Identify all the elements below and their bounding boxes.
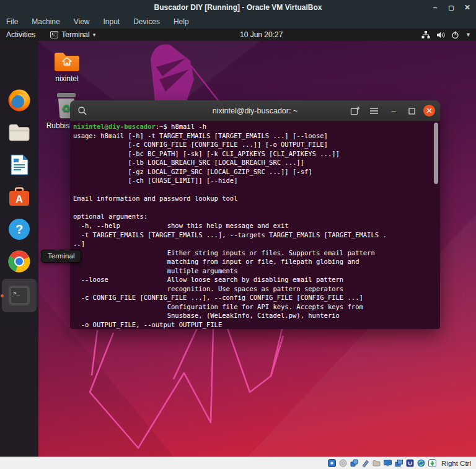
writer-icon — [7, 152, 32, 177]
maximize-icon[interactable] — [407, 106, 416, 116]
minimize-icon[interactable]: – — [430, 3, 440, 12]
dock-item-help[interactable]: ? — [7, 217, 32, 242]
virtual-screens-icon[interactable] — [395, 459, 403, 467]
menu-item[interactable]: Devices — [133, 17, 160, 26]
terminal-line: Snusbase, (WeLeakInfo, Citadel.pw), hunt… — [73, 311, 440, 320]
vbox-menubar: FileMachineViewInputDevicesHelp — [0, 15, 476, 28]
terminal-line: multiple arguments — [73, 266, 440, 276]
terminal-line: Either string inputs or files. Supports … — [73, 248, 440, 258]
desktop-icon-label: nixintel — [48, 74, 86, 83]
dock: A ? >_ — [0, 41, 38, 457]
display-icon[interactable] — [384, 459, 392, 467]
terminal-line: Configuration file for API keys. Accepts… — [73, 302, 440, 312]
vbox-titlebar: Buscador DIY [Running] - Oracle VM Virtu… — [0, 0, 476, 15]
power-icon — [451, 31, 459, 39]
svg-text:>_: >_ — [13, 290, 20, 296]
terminal-line: ..] — [73, 239, 440, 248]
close-icon[interactable] — [423, 105, 435, 116]
terminal-line: -t TARGET_EMAILS [TARGET_EMAILS ...], --… — [73, 230, 440, 240]
terminal-line: --loose Allow loose search by disabling … — [73, 275, 440, 284]
app-menu-label: Terminal — [61, 30, 89, 39]
help-icon: ? — [7, 217, 32, 242]
terminal-line: matching from input or file, filepath gl… — [73, 257, 440, 266]
svg-text:?: ? — [15, 222, 23, 236]
volume-icon — [436, 31, 445, 39]
home-folder-icon — [53, 50, 81, 73]
terminal-line: optional arguments: — [73, 212, 440, 221]
search-icon[interactable] — [77, 106, 87, 116]
software-icon: A — [7, 185, 32, 209]
running-indicator-dot — [1, 294, 4, 297]
prompt-user-host: nixintel@diy-buscador — [73, 123, 156, 130]
audio-icon[interactable] — [350, 459, 358, 467]
dock-item-files[interactable] — [7, 120, 32, 145]
dock-item-libreoffice-writer[interactable] — [7, 152, 32, 177]
vbox-window-title: Buscador DIY [Running] - Oracle VM Virtu… — [154, 3, 322, 12]
scrollbar-thumb[interactable] — [434, 123, 438, 184]
terminal-line: -o OUTPUT_FILE, --output OUTPUT_FILE — [73, 320, 440, 329]
terminal-line: [-gz LOCAL_GZIP_SRC [LOCAL_GZIP_SRC ...]… — [73, 167, 440, 177]
features-icon[interactable] — [417, 459, 425, 467]
files-icon — [7, 120, 32, 145]
hard-disk-icon[interactable] — [328, 459, 336, 467]
new-tab-icon[interactable] — [350, 106, 360, 116]
terminal-output[interactable]: nixintel@diy-buscador:~$ h8mail -h usage… — [70, 121, 440, 329]
mouse-integration-icon[interactable] — [428, 459, 436, 467]
activities-button[interactable]: Activities — [0, 28, 42, 41]
close-icon[interactable]: ✕ — [462, 3, 472, 12]
terminal-line — [73, 203, 440, 213]
dock-item-firefox[interactable] — [7, 88, 32, 113]
terminal-titlebar[interactable]: nixintel@diy-buscador: ~ – — [70, 100, 440, 121]
desktop-icon-nixintel[interactable]: nixintel — [48, 50, 86, 83]
minimize-icon[interactable]: – — [389, 106, 399, 116]
menu-item[interactable]: Input — [104, 17, 120, 26]
dock-item-ubuntu-software[interactable]: A — [7, 185, 32, 209]
vbox-window-controls: – ▢ ✕ — [430, 0, 472, 15]
prompt-command: $ h8mail -h — [163, 123, 206, 130]
terminal-line: -c CONFIG_FILE [CONFIG_FILE ...], --conf… — [73, 293, 440, 302]
terminal-line — [73, 185, 440, 195]
maximize-icon[interactable]: ▢ — [446, 4, 456, 11]
terminal-line: usage: h8mail [-h] -t TARGET_EMAILS [TAR… — [73, 131, 440, 141]
network-icon — [421, 31, 430, 39]
recording-icon[interactable] — [361, 459, 369, 467]
terminal-prompt-line: nixintel@diy-buscador:~$ h8mail -h — [73, 122, 440, 131]
chevron-down-icon: ▼ — [465, 32, 471, 38]
dock-item-chrome[interactable] — [7, 249, 32, 274]
dock-tooltip: Terminal — [41, 250, 81, 263]
terminal-lines: usage: h8mail [-h] -t TARGET_EMAILS [TAR… — [73, 131, 440, 329]
vbox-statusbar: U Right Ctrl — [0, 457, 476, 469]
chrome-icon — [7, 249, 32, 274]
svg-text:A: A — [15, 194, 23, 204]
optical-disc-icon[interactable] — [339, 459, 347, 467]
system-tray[interactable]: ▼ — [421, 28, 471, 41]
ubuntu-top-panel: Activities Terminal ▾ 10 Jun 20:27 ▼ — [0, 28, 476, 41]
host-key-label: Right Ctrl — [441, 460, 471, 467]
svg-text:U: U — [408, 460, 412, 467]
virtualbox-window: Buscador DIY [Running] - Oracle VM Virtu… — [0, 0, 476, 469]
terminal-app-icon — [50, 31, 58, 38]
terminal-line: [-ch [CHASE_LIMIT]] [--hide] — [73, 176, 440, 185]
terminal-line: [-bc BC_PATH] [-sk] [-k CLI_APIKEYS [CLI… — [73, 149, 440, 159]
dock-item-terminal[interactable]: >_ — [7, 283, 32, 308]
hamburger-menu-icon[interactable] — [369, 106, 379, 116]
menu-item[interactable]: Help — [174, 17, 189, 26]
menu-item[interactable]: Machine — [32, 17, 60, 26]
terminal-window-title: nixintel@diy-buscador: ~ — [70, 100, 440, 121]
shared-folders-icon[interactable] — [372, 459, 381, 467]
menu-item[interactable]: View — [74, 17, 90, 26]
terminal-line: -h, --help show this help message and ex… — [73, 221, 440, 230]
terminal-icon: >_ — [7, 283, 32, 308]
app-menu-button[interactable]: Terminal ▾ — [50, 30, 95, 39]
menu-item[interactable]: File — [6, 17, 18, 26]
usb-icon[interactable]: U — [406, 459, 414, 467]
terminal-line: [-lb LOCAL_BREACH_SRC [LOCAL_BREACH_SRC … — [73, 158, 440, 167]
terminal-window: nixintel@diy-buscador: ~ – nixintel@diy-… — [70, 100, 440, 329]
firefox-icon — [7, 88, 32, 113]
chevron-down-icon: ▾ — [93, 32, 96, 38]
terminal-line: recognition. Use spaces as pattern seper… — [73, 284, 440, 294]
terminal-line: Email information and password lookup to… — [73, 194, 440, 203]
clock[interactable]: 10 Jun 20:27 — [240, 28, 283, 41]
terminal-line: [-c CONFIG_FILE [CONFIG_FILE ...]] [-o O… — [73, 140, 440, 149]
